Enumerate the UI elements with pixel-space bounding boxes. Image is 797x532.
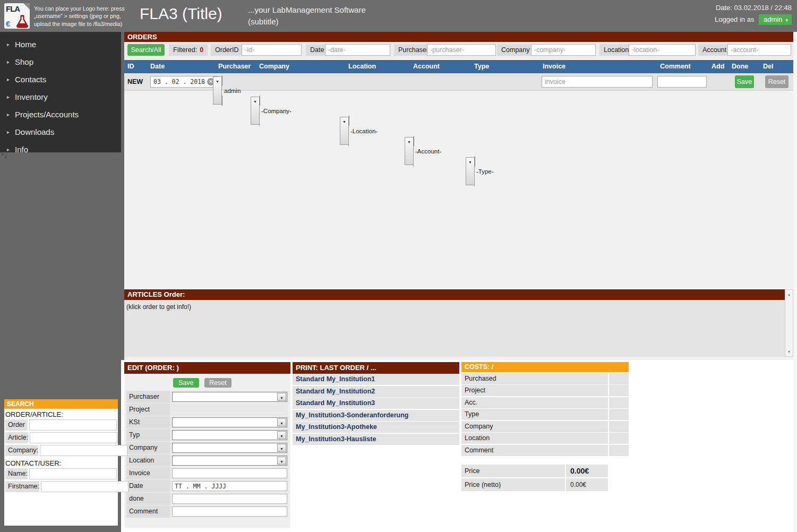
edit-purchaser-select[interactable]: ▼	[172, 392, 287, 402]
select-value: admin	[222, 85, 797, 96]
edit-kst-select[interactable]: ▼	[172, 417, 287, 427]
costs-label: Comment	[461, 445, 608, 456]
dropdown-arrow-icon[interactable]: ▼	[277, 431, 286, 439]
page-title: FLA3 (Title)	[140, 5, 222, 23]
filter-input-date[interactable]	[325, 44, 390, 56]
search-orderno-input[interactable]	[29, 419, 117, 431]
new-invoice-input[interactable]	[542, 76, 653, 88]
filter-input-account[interactable]	[727, 44, 791, 56]
sidebar-item-shop[interactable]: ▸Shop	[0, 53, 121, 71]
price-netto-value: 0.00€	[566, 478, 608, 491]
search-panel: SEARCH ORDER/ARTICLE: Order No: Article:…	[4, 399, 118, 526]
articles-scrollbar[interactable]: ▲ ▼	[785, 289, 793, 357]
search-name-input[interactable]	[29, 468, 117, 479]
costs-label: Type	[461, 409, 608, 420]
sidebar-item-downloads[interactable]: ▸Downloads	[0, 123, 121, 141]
arrow-right-icon: ▸	[7, 76, 15, 82]
print-template-link[interactable]: Standard My_Institution2	[293, 386, 459, 397]
edit-comment-input[interactable]	[172, 507, 287, 517]
sidebar-item-info[interactable]: ▸Info	[0, 141, 121, 158]
price-value: 0.00€	[566, 465, 608, 477]
print-template-link[interactable]: Standard My_Institution1	[293, 374, 459, 385]
dropdown-arrow-icon[interactable]: ▼	[213, 76, 222, 105]
costs-label: Company	[461, 421, 608, 432]
scroll-down-icon[interactable]: ▼	[785, 348, 793, 356]
edit-reset-button[interactable]: Reset	[204, 378, 232, 388]
select-value: -Company-	[259, 106, 797, 116]
field-label: Company:	[5, 445, 38, 456]
flask-icon	[16, 14, 29, 28]
field-label: KSt	[126, 416, 170, 428]
edit-company-select[interactable]: ▼	[172, 443, 287, 453]
field-label: done	[126, 493, 170, 505]
filter-input-location[interactable]	[629, 44, 696, 56]
edit-done-input[interactable]	[172, 494, 287, 504]
dropdown-arrow-icon[interactable]: ▼	[466, 157, 475, 185]
arrow-right-icon: ▸	[7, 59, 15, 65]
search-company-input[interactable]	[40, 445, 127, 456]
dropdown-arrow-icon[interactable]: ▼	[340, 117, 349, 145]
column-header-purchaser: Purchaser	[218, 60, 251, 73]
search-all-button[interactable]: Search/All	[127, 44, 165, 56]
column-header-date: Date	[150, 60, 165, 73]
costs-label: Location	[461, 433, 608, 444]
field-label: Project	[126, 404, 170, 416]
print-template-link[interactable]: My_Institution3-Apotheke	[293, 422, 459, 433]
new-reset-button[interactable]: Reset	[765, 75, 789, 88]
sidebar-item-home[interactable]: ▸Home	[0, 36, 121, 53]
articles-hint: (klick order to get info!)	[126, 303, 191, 311]
edit-row-date: Date	[126, 480, 288, 492]
search-article-input[interactable]	[30, 432, 117, 443]
new-date-field[interactable]: 03 . 02 . 2018 ✕	[150, 76, 218, 88]
print-template-link[interactable]: Standard My_Institution3	[293, 398, 459, 409]
price-label: Price	[461, 465, 565, 477]
edit-save-button[interactable]: Save	[173, 378, 199, 388]
scroll-up-icon[interactable]: ▲	[785, 290, 793, 298]
column-header-id: ID	[127, 60, 134, 73]
user-menu-button[interactable]: admin▾	[759, 14, 792, 25]
column-header-comment: Comment	[660, 60, 691, 73]
arrow-right-icon: ▸	[7, 111, 15, 117]
edit-location-select[interactable]: ▼	[172, 456, 287, 466]
search-firstname-input[interactable]	[41, 481, 128, 492]
dropdown-arrow-icon[interactable]: ▼	[277, 418, 286, 426]
top-bar: FLA € You can place your Logo here: pres…	[0, 0, 797, 32]
filter-input-purchaser[interactable]	[427, 44, 496, 56]
new-save-button[interactable]: Save	[735, 75, 754, 88]
select-value: -Location-	[348, 126, 797, 136]
logo-hint-text: You can place your Logo here: press „use…	[34, 5, 131, 28]
edit-row-invoice: Invoice	[126, 467, 288, 479]
sidebar-item-contacts[interactable]: ▸Contacts	[0, 71, 121, 88]
search-row-article: Article:	[5, 432, 117, 443]
new-type-select[interactable]: -Type-▼	[474, 156, 797, 186]
edit-typ-select[interactable]: ▼	[172, 430, 287, 440]
costs-value-cell	[609, 409, 629, 420]
sidebar-item-projects-accounts[interactable]: ▸Projects/Accounts	[0, 106, 121, 123]
filter-input-orderid[interactable]	[242, 44, 302, 56]
filter-input-company[interactable]	[531, 44, 596, 56]
dropdown-arrow-icon[interactable]: ▼	[277, 444, 286, 452]
dropdown-arrow-icon[interactable]: ▼	[277, 457, 286, 465]
dropdown-arrow-icon[interactable]: ▼	[251, 97, 260, 125]
print-template-link[interactable]: My_Institution3-Sonderanforderung	[293, 410, 459, 421]
new-order-row: NEW 03 . 02 . 2018 ✕ admin▼ -Company-▼ -…	[124, 73, 793, 91]
new-comment-input[interactable]	[657, 76, 707, 88]
new-purchaser-select[interactable]: admin▼	[222, 75, 797, 106]
costs-row-acc: Acc.	[461, 397, 629, 408]
page-subtitle: ...your LabManagement Software (subtitle…	[248, 4, 366, 28]
dropdown-arrow-icon[interactable]: ▼	[277, 393, 286, 401]
edit-invoice-input[interactable]	[172, 468, 287, 478]
orders-filter-bar: Search/All Filtered:0 OrderID Date Purch…	[124, 42, 793, 58]
edit-date-input[interactable]	[172, 481, 287, 491]
page-scrollbar-track[interactable]	[793, 32, 797, 532]
print-template-link[interactable]: My_Institution3-Hausliste	[293, 434, 459, 445]
costs-row-comment: Comment	[461, 445, 629, 456]
orders-section: ORDERS Search/All Filtered:0 OrderID Dat…	[124, 32, 793, 360]
new-location-select[interactable]: -Location-▼	[348, 116, 797, 146]
sidebar-item-inventory[interactable]: ▸Inventory	[0, 88, 121, 106]
logo-text: FLA	[6, 4, 20, 13]
search-panel-header: SEARCH	[4, 399, 118, 409]
filter-label-location: Location	[599, 44, 633, 56]
price-netto-label: Price (netto)	[461, 478, 565, 491]
dropdown-arrow-icon[interactable]: ▼	[405, 137, 414, 165]
